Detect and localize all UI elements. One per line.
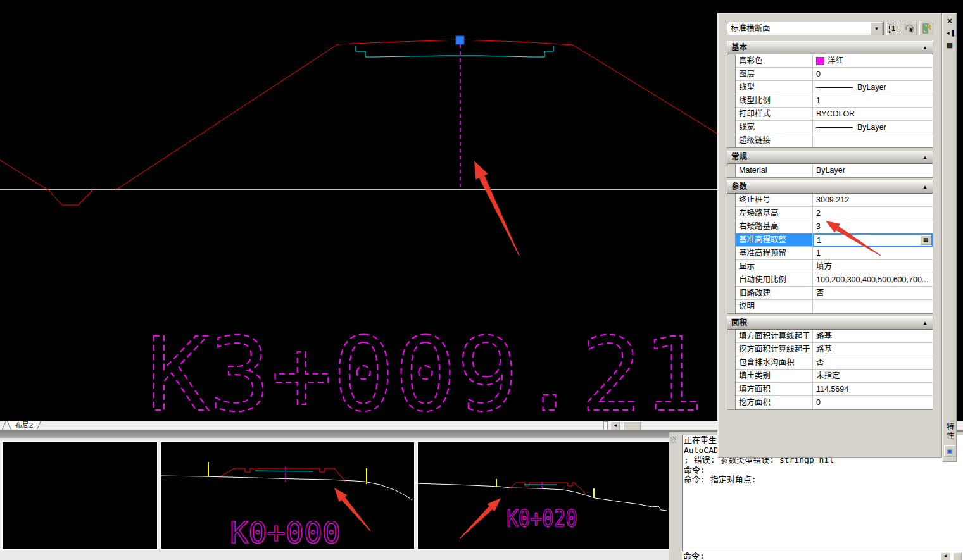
tab-splitter-handle[interactable]	[603, 421, 608, 430]
property-value[interactable]: 未指定	[813, 370, 933, 383]
property-label[interactable]: 打印样式	[736, 108, 813, 121]
property-label[interactable]: 挖方面积	[736, 396, 813, 409]
row-gutter	[727, 194, 736, 207]
property-label[interactable]: 左矮路基高	[736, 207, 813, 220]
object-type-dropdown[interactable]: 标准横断面 ▼	[727, 22, 884, 35]
command-window-drag-handle[interactable]	[670, 437, 676, 443]
property-label[interactable]: 挖方面积计算线起于	[736, 343, 813, 356]
tab-layout2[interactable]: 布局2	[9, 421, 39, 430]
section-header[interactable]: 面积▲	[727, 316, 933, 330]
collapse-arrow-icon[interactable]: ▲	[922, 151, 928, 163]
property-value-text: 填方	[816, 260, 832, 273]
property-value[interactable]: 洋红	[813, 54, 933, 68]
property-value[interactable]: 1	[813, 94, 933, 108]
collapse-arrow-icon[interactable]: ▲	[922, 42, 928, 54]
property-value[interactable]: 3	[813, 220, 933, 233]
property-value[interactable]: 否	[813, 356, 933, 370]
property-row: 挖方面积计算线起于路基	[727, 343, 933, 356]
row-gutter	[727, 287, 736, 300]
property-value[interactable]: 114.5694	[813, 383, 933, 396]
property-value-text: 1	[817, 235, 821, 246]
collapse-arrow-icon[interactable]: ▲	[922, 317, 928, 329]
property-value[interactable]: 路基	[813, 330, 933, 343]
command-window-tray-icon[interactable]: ▣	[944, 445, 955, 457]
property-label[interactable]: 基准高程取整	[736, 233, 813, 247]
property-value[interactable]: BYCOLOR	[813, 108, 933, 121]
command-scrollbar-thumb[interactable]	[953, 552, 962, 560]
property-value[interactable]: 否	[813, 287, 933, 300]
viewport-row	[0, 438, 669, 560]
command-input-line[interactable]: 命令:	[682, 551, 963, 560]
collapse-arrow-icon[interactable]: ▲	[922, 181, 928, 193]
viewport-empty[interactable]	[1, 441, 158, 550]
property-label[interactable]: 显示	[736, 260, 813, 273]
property-value[interactable]	[813, 134, 933, 147]
select-objects-icon	[903, 22, 916, 35]
section-title: 面积	[731, 318, 747, 327]
property-value[interactable]: 1	[813, 247, 933, 260]
property-value[interactable]: 3009.212	[813, 194, 933, 207]
property-value-text: BYCOLOR	[816, 108, 855, 120]
property-label[interactable]: 线型	[736, 81, 813, 94]
pickadd-value: 1	[889, 25, 898, 34]
property-label[interactable]: 包含排水沟面积	[736, 356, 813, 370]
property-value-text: 否	[816, 356, 824, 369]
quick-select-button[interactable]	[919, 22, 933, 35]
section-title: 常规	[731, 152, 747, 161]
calculator-button[interactable]: ▦	[920, 235, 931, 245]
auto-hide-icon[interactable]: ◄▐	[945, 28, 955, 38]
section-header[interactable]: 常规▲	[727, 151, 933, 164]
property-label[interactable]: 右矮路基高	[736, 220, 813, 233]
property-label[interactable]: 线宽	[736, 121, 813, 134]
tab-scrollbar-thumb[interactable]	[623, 421, 641, 430]
property-value[interactable]: 0	[813, 68, 933, 81]
select-objects-button[interactable]	[903, 22, 917, 35]
property-label[interactable]: 真彩色	[736, 54, 813, 68]
viewport-k0000[interactable]	[160, 441, 415, 550]
palette-title-bar[interactable]: ✕ ◄▐ ▤ 特性 ▣	[942, 13, 957, 462]
pickadd-toggle-button[interactable]: 1	[886, 22, 900, 35]
property-row: MaterialByLayer	[727, 164, 933, 177]
property-value[interactable]: 填方	[813, 260, 933, 273]
property-value[interactable]: ByLayer	[813, 164, 933, 177]
property-label[interactable]: 填方面积计算线起于	[736, 330, 813, 343]
property-value[interactable]: 100,200,300,400,500,600,700...	[813, 273, 933, 287]
property-label[interactable]: Material	[736, 164, 813, 177]
property-label[interactable]: 旧路改建	[736, 287, 813, 300]
property-row: 右矮路基高3	[727, 220, 933, 233]
property-value-text: 0	[816, 396, 821, 409]
property-value[interactable]: 2	[813, 207, 933, 220]
section-header[interactable]: 参数▲	[727, 180, 933, 194]
row-gutter	[727, 54, 736, 68]
tab-scroll-left-button[interactable]: ◄	[610, 421, 620, 430]
property-label[interactable]: 超级链接	[736, 134, 813, 147]
property-label[interactable]: 说明	[736, 300, 813, 313]
property-label[interactable]: 线型比例	[736, 94, 813, 108]
property-label[interactable]: 填土类别	[736, 370, 813, 383]
property-value-text: 路基	[816, 343, 832, 356]
chevron-down-icon[interactable]: ▼	[871, 23, 883, 35]
property-value[interactable]: 路基	[813, 343, 933, 356]
property-value-text: 1	[816, 247, 821, 259]
row-gutter	[727, 108, 736, 121]
palette-menu-icon[interactable]: ▤	[945, 40, 955, 50]
property-value-text: 100,200,300,400,500,600,700...	[816, 273, 928, 286]
section-header[interactable]: 基本▲	[727, 41, 933, 54]
property-label[interactable]: 图层	[736, 68, 813, 81]
row-gutter	[727, 330, 736, 343]
property-value-text: 2	[816, 207, 821, 220]
close-icon[interactable]: ✕	[945, 16, 955, 26]
property-label[interactable]: 终止桩号	[736, 194, 813, 207]
viewport-k0020[interactable]	[417, 441, 670, 550]
row-gutter	[727, 370, 736, 383]
property-value[interactable]: ByLayer	[813, 81, 933, 94]
property-label[interactable]: 填方面积	[736, 383, 813, 396]
property-value[interactable]	[813, 300, 933, 313]
property-label[interactable]: 自动使用比例	[736, 273, 813, 287]
property-value[interactable]: 0	[813, 396, 933, 409]
property-value[interactable]: 1▦	[813, 233, 933, 247]
property-label[interactable]: 基准高程预留	[736, 247, 813, 260]
command-scroll-left-button[interactable]: ◄	[941, 552, 950, 560]
property-value-text: 3	[816, 220, 821, 233]
property-value[interactable]: ByLayer	[813, 121, 933, 134]
